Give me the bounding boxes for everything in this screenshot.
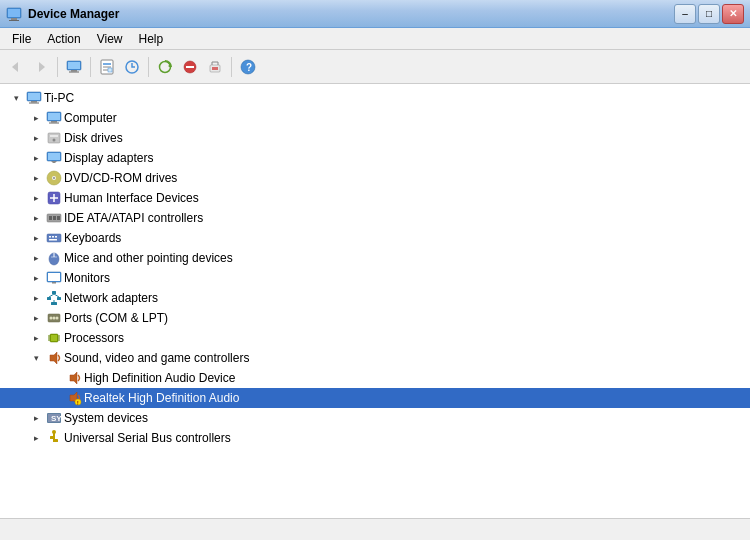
svg-rect-27 xyxy=(28,93,40,100)
tree-item-display[interactable]: ▸Display adapters xyxy=(0,148,750,168)
svg-point-36 xyxy=(53,139,56,142)
svg-rect-49 xyxy=(57,216,60,220)
uninstall-button[interactable] xyxy=(203,55,227,79)
tree-item-keyboard[interactable]: ▸Keyboards xyxy=(0,228,750,248)
maximize-button[interactable]: □ xyxy=(698,4,720,24)
svg-text:SYS: SYS xyxy=(51,414,62,423)
svg-rect-62 xyxy=(47,297,51,300)
tree-item-monitors[interactable]: ▸Monitors xyxy=(0,268,750,288)
back-button[interactable] xyxy=(4,55,28,79)
svg-rect-54 xyxy=(49,239,57,241)
tree-item-hid[interactable]: ▸Human Interface Devices xyxy=(0,188,750,208)
svg-point-71 xyxy=(56,317,59,320)
svg-line-65 xyxy=(54,294,59,297)
svg-rect-63 xyxy=(57,297,61,300)
menu-file[interactable]: File xyxy=(4,28,39,49)
tree-item-ide[interactable]: ▸IDE ATA/ATAPI controllers xyxy=(0,208,750,228)
svg-point-69 xyxy=(50,317,53,320)
menu-action[interactable]: Action xyxy=(39,28,88,49)
svg-rect-29 xyxy=(29,103,39,104)
svg-rect-28 xyxy=(31,101,37,103)
expand-icon-realtek xyxy=(48,390,64,406)
expand-icon-ti-pc[interactable]: ▾ xyxy=(8,90,24,106)
device-icon-ide xyxy=(46,210,62,226)
help-button[interactable]: ? xyxy=(236,55,260,79)
device-icon-dvd xyxy=(46,170,62,186)
menu-view[interactable]: View xyxy=(89,28,131,49)
minimize-button[interactable]: – xyxy=(674,4,696,24)
device-label-disk: Disk drives xyxy=(64,131,123,145)
svg-rect-53 xyxy=(55,236,57,238)
expand-icon-usb[interactable]: ▸ xyxy=(28,430,44,446)
device-icon-mice xyxy=(46,250,62,266)
device-label-display: Display adapters xyxy=(64,151,153,165)
expand-icon-dvd[interactable]: ▸ xyxy=(28,170,44,186)
expand-icon-ports[interactable]: ▸ xyxy=(28,310,44,326)
expand-icon-system[interactable]: ▸ xyxy=(28,410,44,426)
tree-item-ports[interactable]: ▸Ports (COM & LPT) xyxy=(0,308,750,328)
svg-rect-14 xyxy=(108,68,112,72)
close-button[interactable]: ✕ xyxy=(722,4,744,24)
device-icon-processors xyxy=(46,330,62,346)
forward-button[interactable] xyxy=(29,55,53,79)
expand-icon-disk[interactable]: ▸ xyxy=(28,130,44,146)
expand-icon-network[interactable]: ▸ xyxy=(28,290,44,306)
svg-rect-60 xyxy=(52,282,56,284)
tree-item-system[interactable]: ▸SYSSystem devices xyxy=(0,408,750,428)
svg-rect-31 xyxy=(48,113,60,120)
device-label-sound: Sound, video and game controllers xyxy=(64,351,249,365)
computer-button[interactable] xyxy=(62,55,86,79)
device-label-mice: Mice and other pointing devices xyxy=(64,251,233,265)
scan-button[interactable] xyxy=(153,55,177,79)
tree-item-sound[interactable]: ▾Sound, video and game controllers xyxy=(0,348,750,368)
tree-item-computer[interactable]: ▸Computer xyxy=(0,108,750,128)
device-icon-display xyxy=(46,150,62,166)
expand-icon-hd-audio xyxy=(48,370,64,386)
svg-rect-47 xyxy=(49,216,52,220)
svg-point-42 xyxy=(53,177,55,179)
disable-button[interactable] xyxy=(178,55,202,79)
svg-rect-73 xyxy=(51,335,57,341)
expand-icon-mice[interactable]: ▸ xyxy=(28,250,44,266)
tree-item-network[interactable]: ▸Network adapters xyxy=(0,288,750,308)
tree-item-realtek[interactable]: !Realtek High Definition Audio xyxy=(0,388,750,408)
expand-icon-display[interactable]: ▸ xyxy=(28,150,44,166)
tree-item-usb[interactable]: ▸Universal Serial Bus controllers xyxy=(0,428,750,448)
tree-item-processors[interactable]: ▸Processors xyxy=(0,328,750,348)
toolbar-sep-3 xyxy=(148,57,149,77)
tree-item-ti-pc[interactable]: ▾Ti-PC xyxy=(0,88,750,108)
update-button[interactable] xyxy=(120,55,144,79)
expand-icon-monitors[interactable]: ▸ xyxy=(28,270,44,286)
device-label-ti-pc: Ti-PC xyxy=(44,91,74,105)
properties-button[interactable] xyxy=(95,55,119,79)
tree-item-dvd[interactable]: ▸DVD/CD-ROM drives xyxy=(0,168,750,188)
tree-item-hd-audio[interactable]: High Definition Audio Device xyxy=(0,368,750,388)
toolbar-sep-4 xyxy=(231,57,232,77)
device-tree: ▾Ti-PC▸Computer▸Disk drives▸Display adap… xyxy=(0,84,750,518)
device-label-ports: Ports (COM & LPT) xyxy=(64,311,168,325)
expand-icon-sound[interactable]: ▾ xyxy=(28,350,44,366)
status-bar xyxy=(0,518,750,540)
expand-icon-keyboard[interactable]: ▸ xyxy=(28,230,44,246)
tree-item-mice[interactable]: ▸Mice and other pointing devices xyxy=(0,248,750,268)
svg-rect-50 xyxy=(47,234,61,242)
device-icon-hid xyxy=(46,190,62,206)
svg-rect-52 xyxy=(52,236,54,238)
expand-icon-hid[interactable]: ▸ xyxy=(28,190,44,206)
svg-line-64 xyxy=(49,294,54,297)
device-icon-disk xyxy=(46,130,62,146)
window-controls: – □ ✕ xyxy=(674,4,744,24)
svg-rect-35 xyxy=(50,135,58,137)
menu-help[interactable]: Help xyxy=(131,28,172,49)
toolbar-sep-1 xyxy=(57,57,58,77)
svg-rect-38 xyxy=(48,153,60,160)
tree-item-disk[interactable]: ▸Disk drives xyxy=(0,128,750,148)
svg-rect-32 xyxy=(51,121,57,123)
expand-icon-ide[interactable]: ▸ xyxy=(28,210,44,226)
expand-icon-computer[interactable]: ▸ xyxy=(28,110,44,126)
svg-rect-33 xyxy=(49,123,59,124)
svg-rect-9 xyxy=(69,71,79,72)
expand-icon-processors[interactable]: ▸ xyxy=(28,330,44,346)
svg-marker-81 xyxy=(70,372,77,384)
device-icon-usb xyxy=(46,430,62,446)
